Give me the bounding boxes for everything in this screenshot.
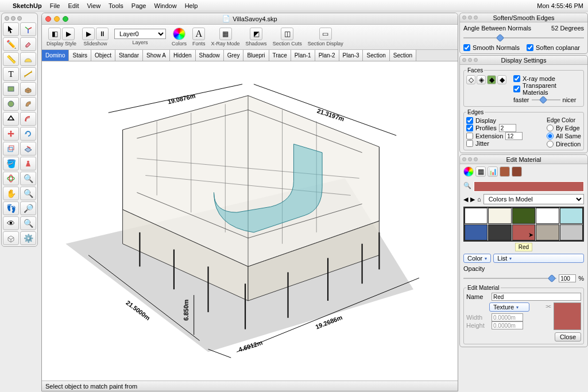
jitter-check[interactable] [466,140,473,147]
pan-tool[interactable]: ✋ [3,187,19,200]
menu-edit[interactable]: Edit [68,2,79,9]
scene-tab[interactable]: Bluepri [243,50,269,61]
orbit-tool[interactable] [3,172,19,185]
position-camera-tool[interactable] [20,157,36,170]
face-style-icon[interactable]: ◈ [477,75,486,84]
scene-tab[interactable]: Hidden [170,50,196,61]
fonts-icon[interactable]: A [192,28,205,40]
zoom-window-tool[interactable]: 🔎 [20,201,36,215]
opacity-input[interactable] [559,274,576,282]
list-mode-select[interactable]: List [493,254,584,263]
close-button[interactable]: Close [555,332,581,341]
color-mode-select[interactable]: Color [463,254,491,263]
style-cycle-icon[interactable]: ◧ [48,28,61,40]
face-style-icon[interactable]: ◇ [466,75,475,84]
brick2-icon[interactable] [512,166,522,177]
style-next-icon[interactable]: ▶ [62,28,75,40]
transparent-check[interactable] [513,86,520,92]
home-icon[interactable]: ⌂ [477,196,481,203]
zoom-extents-tool[interactable]: 🔍 [20,172,36,185]
material-name-input[interactable] [492,293,581,301]
angle-slider[interactable] [463,34,584,42]
offset-tool[interactable] [20,112,36,126]
pushpull-tool[interactable] [20,82,36,96]
menu-page[interactable]: Page [131,2,146,9]
pause-icon[interactable]: ⏸ [96,28,109,40]
settings-tool[interactable]: ⚙️ [20,231,36,245]
color-swatch[interactable] [560,224,583,240]
pencil-tool[interactable]: ✏️ [3,37,19,51]
xray-check[interactable] [513,75,520,82]
search-icon[interactable]: 🔍 [463,182,471,189]
close-icon[interactable] [45,16,51,22]
color-swatch[interactable] [536,224,559,240]
app-menu[interactable]: SketchUp [13,2,42,9]
scene-tab[interactable]: Stairs [69,50,91,61]
profiles-check[interactable] [466,125,473,131]
scene-tab[interactable]: Plan-3 [339,50,363,61]
menu-window[interactable]: Window [154,2,177,9]
look-around-tool[interactable]: 👁 [3,216,19,230]
library-icon[interactable]: 📊 [488,166,498,177]
axes-tool[interactable] [20,22,36,36]
select-tool[interactable] [3,22,19,36]
scene-tab[interactable]: Grey [224,50,244,61]
layer-select[interactable]: Layer0 [114,29,166,39]
color-swatch[interactable] [465,224,488,240]
soften-coplanar-check[interactable] [527,44,533,51]
brick-icon[interactable] [500,166,510,177]
scene-tab[interactable]: Standar [115,50,143,61]
extension-check[interactable] [466,133,473,139]
rotate-tool[interactable] [20,127,36,141]
component-tool[interactable] [3,231,19,245]
minimize-icon[interactable] [54,16,60,22]
viewport[interactable]: 19.0876m 21.3197m 21.5000m 19.2686m 4.69… [42,61,458,381]
section-tool[interactable] [20,142,36,156]
color-swatch[interactable] [465,208,488,224]
link-icon[interactable]: ⫘ [545,302,551,309]
face-style-icon[interactable]: ◆ [497,75,506,84]
color-wheel-icon[interactable] [463,166,474,177]
paint-tool[interactable]: 🪣 [3,157,19,170]
scene-tab[interactable]: Section [363,50,389,61]
opacity-slider[interactable] [463,274,556,282]
scene-tab[interactable]: Object [91,50,115,61]
color-swatch[interactable] [560,208,583,224]
face-style-icon[interactable]: ◆ [487,75,496,84]
prev-view-tool[interactable]: 🔍 [20,216,36,230]
smooth-normals-check[interactable] [463,44,470,51]
colors-icon[interactable] [173,28,185,40]
scene-tab[interactable]: Shadow [196,50,224,61]
scene-tab-domino[interactable]: Domino [42,50,69,61]
zoom-tool[interactable]: 🔍 [20,187,36,200]
display-edges-check[interactable] [466,117,473,124]
circle-tool[interactable] [3,97,19,111]
polygon-tool[interactable] [3,112,19,126]
all-same-radio[interactable] [547,133,554,139]
play-icon[interactable]: ▶ [82,28,95,40]
tape-tool[interactable]: 📏 [3,52,19,66]
extension-input[interactable] [505,132,523,140]
palette-select[interactable]: Colors In Model [483,194,584,204]
menu-tools[interactable]: Tools [109,2,123,9]
section-display-icon[interactable]: ▭ [319,28,332,40]
nav-fwd-icon[interactable]: ▶ [470,196,475,203]
by-edge-radio[interactable] [547,125,554,131]
scene-tab[interactable]: Section [390,50,416,61]
dimension-tool[interactable] [20,67,36,81]
profiles-input[interactable] [499,124,516,132]
scene-tab[interactable]: Plan-1 [291,50,315,61]
palette-icon[interactable]: ▦ [475,166,486,177]
scene-tab[interactable]: Show A [143,50,170,61]
menu-view[interactable]: View [87,2,100,9]
nav-back-icon[interactable]: ◀ [463,196,468,203]
eraser-tool[interactable] [20,37,36,51]
scale-tool[interactable] [3,142,19,156]
menu-help[interactable]: Help [185,2,198,9]
color-swatch[interactable] [488,224,511,240]
color-swatch[interactable] [512,208,535,224]
shadows-icon[interactable]: ◩ [250,28,262,40]
rectangle-tool[interactable] [3,82,19,96]
protractor-tool[interactable] [20,52,36,66]
scene-tab[interactable]: Plan-2 [315,50,339,61]
